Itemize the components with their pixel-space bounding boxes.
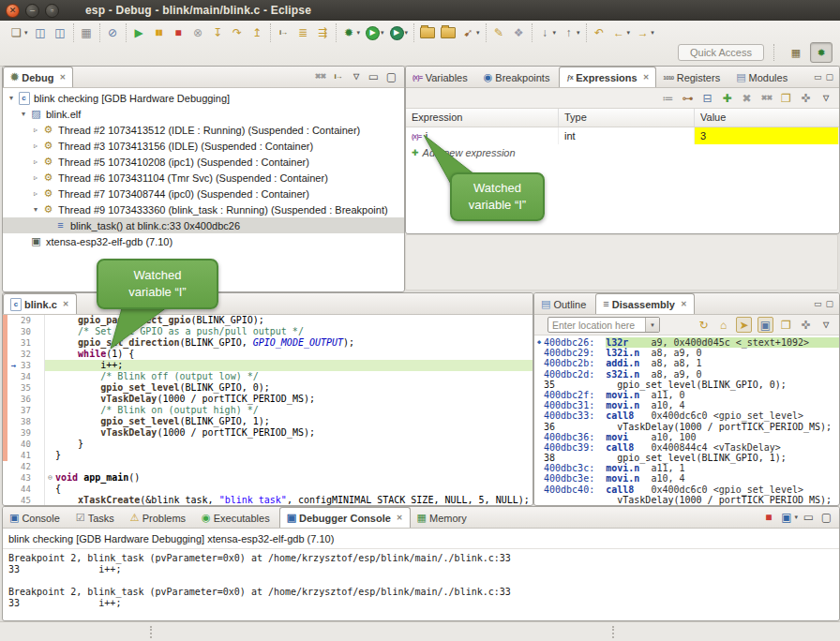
tab-debug[interactable]: ✹ Debug ✕ bbox=[3, 67, 73, 87]
maximize-button[interactable]: ▢ bbox=[382, 69, 400, 85]
editor-gutter[interactable]: 39 bbox=[3, 427, 44, 439]
debug-launch-button[interactable]: ✹▾ bbox=[340, 25, 363, 41]
dropdown-arrow-icon[interactable]: ▾ bbox=[627, 29, 631, 37]
drag-handle[interactable] bbox=[612, 626, 614, 638]
editor-gutter[interactable]: 42 bbox=[3, 461, 44, 472]
debug-tree-row[interactable]: ▾⚙Thread #9 1073433360 (blink_task : Run… bbox=[3, 201, 404, 217]
minimize-button[interactable]: ▭ bbox=[812, 299, 824, 309]
maximize-button[interactable]: ▢ bbox=[823, 299, 835, 309]
tab-blink-c[interactable]: c blink.c ✕ bbox=[3, 293, 77, 314]
refresh-view-button[interactable]: ↻ bbox=[695, 317, 712, 333]
remove-expression-button[interactable]: ✖ bbox=[738, 90, 756, 106]
editor-gutter[interactable]: 30 bbox=[3, 326, 44, 337]
minimize-button[interactable]: ▭ bbox=[800, 510, 818, 526]
debug-tree-row[interactable]: ▹⚙Thread #2 1073413512 (IDLE : Running) … bbox=[3, 122, 404, 138]
window-close-button[interactable]: ✕ bbox=[6, 4, 20, 18]
tab-tasks[interactable]: ☑Tasks bbox=[69, 508, 124, 528]
tree-expander-icon[interactable]: ▾ bbox=[6, 94, 17, 102]
remove-all-expressions-button[interactable]: ✖✖ bbox=[758, 90, 775, 106]
tree-expander-icon[interactable]: ▹ bbox=[30, 126, 41, 134]
editor-gutter[interactable]: 35 bbox=[3, 382, 44, 394]
close-icon[interactable]: ✕ bbox=[643, 73, 650, 82]
editor-gutter[interactable]: 38 bbox=[3, 416, 44, 427]
location-input[interactable]: Enter location here bbox=[548, 320, 645, 331]
debug-perspective-button[interactable]: ✹ bbox=[810, 42, 832, 63]
new-view-button[interactable]: ❐ bbox=[777, 90, 795, 106]
close-icon[interactable]: ✕ bbox=[59, 73, 66, 82]
view-menu-button[interactable]: ▽ bbox=[347, 69, 365, 85]
editor-gutter[interactable]: 41 bbox=[3, 450, 44, 461]
tree-expander-icon[interactable]: ▹ bbox=[30, 157, 41, 166]
flash-launch-button[interactable]: ➹▾ bbox=[459, 25, 482, 41]
save-button[interactable]: ◫ bbox=[32, 25, 50, 41]
trace-control-button[interactable]: ⇶ bbox=[314, 25, 332, 41]
show-type-names-button[interactable]: ≔ bbox=[659, 90, 677, 106]
disconnect-button[interactable]: ⊗ bbox=[189, 25, 207, 41]
tab-variables[interactable]: (x)=Variables bbox=[406, 67, 477, 87]
new-wizard-button[interactable]: ❏▾ bbox=[8, 25, 30, 41]
tab-debugger-console[interactable]: ▣Debugger Console✕ bbox=[279, 507, 411, 528]
maximize-button[interactable]: ▢ bbox=[823, 72, 835, 82]
pin-view-button[interactable]: ✜ bbox=[797, 90, 815, 106]
debug-tree-row[interactable]: ▹⚙Thread #5 1073410208 (ipc1) (Suspended… bbox=[3, 154, 404, 170]
home-button[interactable]: ⌂ bbox=[714, 317, 732, 333]
tab-disassembly[interactable]: ≡Disassembly✕ bbox=[595, 293, 694, 314]
skip-all-breakpoints-button[interactable]: ⊘ bbox=[104, 25, 122, 41]
show-source-button[interactable]: ▣ bbox=[756, 316, 775, 334]
step-return-button[interactable]: ↥ bbox=[248, 25, 266, 41]
suspend-button[interactable]: ▮▮ bbox=[150, 25, 168, 41]
collapse-all-button[interactable]: ⊟ bbox=[698, 90, 716, 106]
console-output[interactable]: Breakpoint 2, blink_task (pvParameter=0x… bbox=[3, 549, 839, 613]
debug-tree-row[interactable]: ≡blink_task() at blink.c:33 0x400dbc26 bbox=[3, 217, 404, 233]
last-edit-location-button[interactable]: ↶ bbox=[591, 25, 608, 41]
show-debug-context-button[interactable]: ≣ bbox=[294, 25, 312, 41]
code-editor[interactable]: 29 gpio_pad_select_gpio(BLINK_GPIO);30 /… bbox=[3, 315, 532, 506]
editor-gutter[interactable]: 29 bbox=[3, 315, 44, 326]
show-logical-structure-button[interactable]: ⊶ bbox=[679, 90, 697, 106]
editor-gutter[interactable]: 36 bbox=[3, 394, 44, 405]
new-view-button[interactable]: ❐ bbox=[777, 317, 795, 333]
remove-all-terminated-button[interactable]: ✖✖ bbox=[311, 69, 329, 85]
dropdown-arrow-icon[interactable]: ▾ bbox=[405, 29, 409, 37]
editor-gutter[interactable]: 34 bbox=[3, 371, 44, 382]
dropdown-arrow-icon[interactable]: ▾ bbox=[357, 29, 361, 37]
editor-gutter[interactable]: →33 bbox=[3, 360, 44, 371]
maximize-button[interactable]: ▢ bbox=[818, 510, 835, 526]
close-icon[interactable]: ✕ bbox=[63, 300, 69, 308]
mark-occurrences-button[interactable]: ✎ bbox=[490, 25, 508, 41]
tab-registers[interactable]: 1010Registers bbox=[656, 67, 729, 87]
back-button[interactable]: ←▾ bbox=[610, 25, 633, 41]
add-expression-button[interactable]: ✚ bbox=[718, 90, 736, 106]
debug-tree-row[interactable]: ▣xtensa-esp32-elf-gdb (7.10) bbox=[3, 233, 404, 249]
build-button[interactable]: ▦ bbox=[78, 25, 96, 41]
tab-outline[interactable]: ▤Outline bbox=[534, 294, 595, 314]
tab-modules[interactable]: ▤Modules bbox=[729, 67, 797, 87]
close-icon[interactable]: ✕ bbox=[681, 300, 687, 308]
terminate-button[interactable]: ■ bbox=[170, 25, 188, 41]
debug-tree-row[interactable]: ▹⚙Thread #6 1073431104 (Tmr Svc) (Suspen… bbox=[3, 170, 404, 186]
dropdown-arrow-icon[interactable]: ▾ bbox=[794, 514, 798, 521]
dropdown-arrow-icon[interactable]: ▾ bbox=[553, 29, 557, 37]
tab-console[interactable]: ▣Console bbox=[3, 508, 69, 528]
editor-gutter[interactable]: 45 bbox=[3, 495, 44, 506]
instruction-stepping-button[interactable]: i→ bbox=[275, 25, 292, 41]
editor-gutter[interactable]: 32 bbox=[3, 349, 44, 360]
drag-handle[interactable] bbox=[150, 626, 152, 638]
column-value[interactable]: Value bbox=[695, 109, 839, 127]
open-resource-folder-button[interactable] bbox=[439, 26, 458, 39]
editor-gutter[interactable]: 37 bbox=[3, 405, 44, 416]
dropdown-arrow-icon[interactable]: ▾ bbox=[381, 29, 384, 37]
combo-dropdown-icon[interactable]: ▼ bbox=[645, 318, 659, 332]
forward-button[interactable]: →▾ bbox=[634, 25, 656, 41]
dropdown-arrow-icon[interactable]: ▾ bbox=[577, 29, 580, 37]
link-with-editor-button[interactable]: ❖ bbox=[510, 25, 528, 41]
dropdown-arrow-icon[interactable]: ▾ bbox=[24, 29, 28, 37]
tab-executables[interactable]: ◉Executables bbox=[195, 508, 279, 528]
previous-annotation-button[interactable]: ↑▾ bbox=[560, 25, 582, 41]
quick-access-button[interactable]: Quick Access bbox=[678, 44, 764, 61]
debug-tree-row[interactable]: ▾cblink checking [GDB Hardware Debugging… bbox=[3, 90, 404, 106]
pin-view-button[interactable]: ✜ bbox=[797, 317, 815, 333]
view-menu-button[interactable]: ▽ bbox=[817, 317, 834, 333]
step-into-button[interactable]: ↧ bbox=[209, 25, 227, 41]
fold-marker-icon[interactable]: ⊖ bbox=[45, 472, 55, 484]
